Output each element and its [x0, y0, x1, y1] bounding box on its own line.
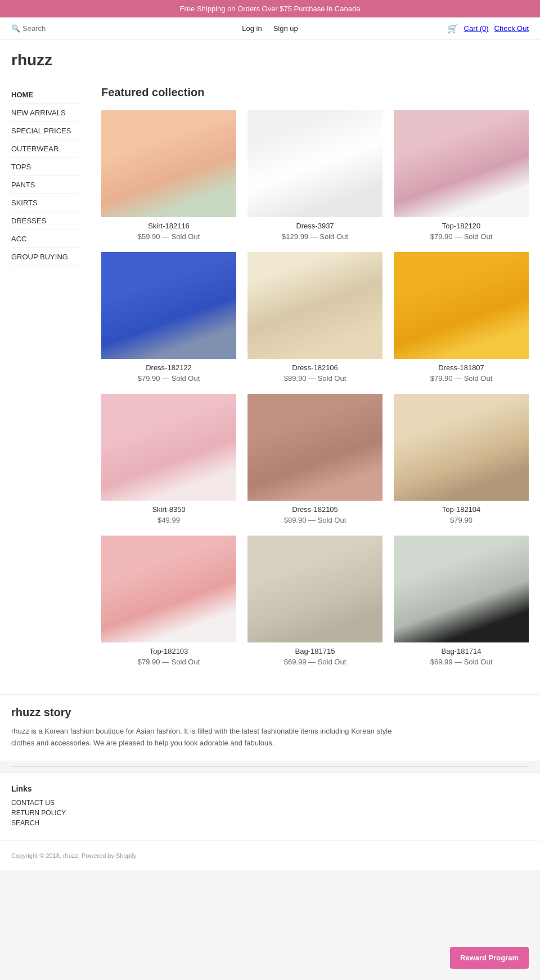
product-price: $79.90 — Sold Out — [101, 658, 236, 666]
product-name: Dress-182106 — [248, 363, 382, 372]
product-image — [101, 394, 236, 501]
product-image — [394, 252, 529, 359]
product-name: Top-182104 — [394, 505, 529, 514]
product-price: $69.99 — Sold Out — [248, 658, 382, 666]
product-card[interactable]: Dress-182105$89.90 — Sold Out — [248, 394, 382, 524]
product-image — [248, 252, 382, 359]
header-right: 🛒 Cart (0) Check Out — [399, 23, 529, 34]
product-price: $59.90 — Sold Out — [101, 232, 236, 241]
footer-link-return-policy[interactable]: RETURN POLICY — [11, 809, 529, 817]
search-area[interactable]: 🔍 — [11, 24, 141, 33]
product-image — [394, 394, 529, 501]
top-banner: Free Shipping on Orders Over $75 Purchas… — [0, 0, 540, 17]
product-image — [394, 536, 529, 642]
sidebar-item-acc[interactable]: ACC — [11, 230, 79, 248]
product-card[interactable]: Dress-3937$129.99 — Sold Out — [248, 110, 382, 241]
product-name: Dress-182105 — [248, 505, 382, 514]
product-price: $89.90 — Sold Out — [248, 516, 382, 524]
product-image — [101, 110, 236, 217]
sidebar-item-outerwear[interactable]: OUTERWEAR — [11, 140, 79, 158]
product-image — [248, 536, 382, 642]
story-title: rhuzz story — [11, 706, 529, 719]
product-card[interactable]: Top-182120$79.90 — Sold Out — [394, 110, 529, 241]
product-price: $89.90 — Sold Out — [248, 374, 382, 383]
header-nav: Log in Sign up — [141, 24, 399, 33]
login-link[interactable]: Log in — [242, 24, 262, 33]
product-name: Dress-181807 — [394, 363, 529, 372]
product-card[interactable]: Skirt-182116$59.90 — Sold Out — [101, 110, 236, 241]
featured-title: Featured collection — [101, 86, 529, 99]
product-name: Dress-182122 — [101, 363, 236, 372]
product-name: Bag-181715 — [248, 647, 382, 655]
product-image — [101, 536, 236, 642]
cart-icon: 🛒 — [447, 23, 458, 34]
product-name: Skirt-8350 — [101, 505, 236, 514]
product-price: $129.99 — Sold Out — [248, 232, 382, 241]
story-text: rhuzz is a Korean fashion boutique for A… — [11, 726, 405, 749]
sidebar-item-pants[interactable]: PANTS — [11, 176, 79, 194]
product-name: Dress-3937 — [248, 222, 382, 230]
sidebar-item-tops[interactable]: TOPS — [11, 158, 79, 176]
sidebar-item-new-arrivals[interactable]: NEW ARRIVALS — [11, 104, 79, 122]
content: Featured collection Skirt-182116$59.90 —… — [90, 75, 540, 694]
product-image — [101, 252, 236, 359]
product-card[interactable]: Top-182103$79.90 — Sold Out — [101, 536, 236, 666]
product-card[interactable]: Top-182104$79.90 — [394, 394, 529, 524]
sidebar-item-special-prices[interactable]: SPECIAL PRICES — [11, 122, 79, 140]
site-logo[interactable]: rhuzz — [11, 51, 529, 69]
product-image — [248, 110, 382, 217]
search-icon: 🔍 — [11, 24, 20, 33]
footer-link-contact-us[interactable]: CONTACT US — [11, 799, 529, 807]
copyright-text: Copyright © 2018, rhuzz. Powered by Shop… — [11, 852, 137, 859]
product-name: Top-182103 — [101, 647, 236, 655]
cart-link[interactable]: Cart (0) — [464, 24, 489, 33]
divider — [11, 766, 529, 767]
product-card[interactable]: Dress-182106$89.90 — Sold Out — [248, 252, 382, 383]
footer-links-title: Links — [11, 784, 529, 793]
product-price: $79.90 — Sold Out — [101, 374, 236, 383]
product-name: Top-182120 — [394, 222, 529, 230]
sidebar: HOMENEW ARRIVALSSPECIAL PRICESOUTERWEART… — [0, 75, 90, 694]
main-container: HOMENEW ARRIVALSSPECIAL PRICESOUTERWEART… — [0, 75, 540, 694]
product-name: Bag-181714 — [394, 647, 529, 655]
footer-copyright: Copyright © 2018, rhuzz. Powered by Shop… — [0, 840, 540, 870]
sidebar-item-skirts[interactable]: SKIRTS — [11, 194, 79, 212]
story-section: rhuzz story rhuzz is a Korean fashion bo… — [0, 694, 540, 761]
sidebar-item-dresses[interactable]: DRESSES — [11, 212, 79, 230]
product-price: $49.99 — [101, 516, 236, 524]
footer-links: Links CONTACT USRETURN POLICYSEARCH — [0, 772, 540, 840]
product-name: Skirt-182116 — [101, 222, 236, 230]
product-image — [248, 394, 382, 501]
search-input[interactable] — [22, 24, 117, 33]
product-price: $79.90 — Sold Out — [394, 374, 529, 383]
checkout-link[interactable]: Check Out — [494, 24, 529, 33]
product-card[interactable]: Bag-181714$69.99 — Sold Out — [394, 536, 529, 666]
sidebar-item-group-buying[interactable]: GROUP BUYING — [11, 248, 79, 266]
signup-link[interactable]: Sign up — [273, 24, 298, 33]
product-price: $79.90 — Sold Out — [394, 232, 529, 241]
product-image — [394, 110, 529, 217]
product-grid: Skirt-182116$59.90 — Sold OutDress-3937$… — [101, 110, 529, 666]
product-card[interactable]: Skirt-8350$49.99 — [101, 394, 236, 524]
product-card[interactable]: Bag-181715$69.99 — Sold Out — [248, 536, 382, 666]
product-card[interactable]: Dress-181807$79.90 — Sold Out — [394, 252, 529, 383]
sidebar-item-home[interactable]: HOME — [11, 86, 79, 104]
footer-link-search[interactable]: SEARCH — [11, 819, 529, 827]
logo-area: rhuzz — [0, 40, 540, 75]
product-price: $69.99 — Sold Out — [394, 658, 529, 666]
product-price: $79.90 — [394, 516, 529, 524]
header: 🔍 Log in Sign up 🛒 Cart (0) Check Out — [0, 17, 540, 40]
product-card[interactable]: Dress-182122$79.90 — Sold Out — [101, 252, 236, 383]
banner-text: Free Shipping on Orders Over $75 Purchas… — [180, 5, 361, 13]
